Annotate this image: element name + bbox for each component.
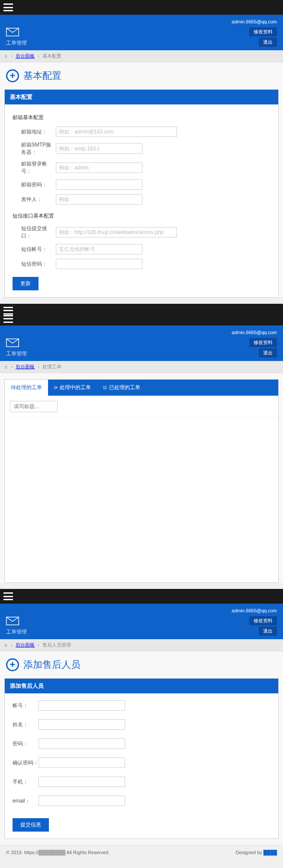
user-menu: admin.6665@qq.com 修改资料 退出: [232, 608, 277, 636]
name-input[interactable]: [39, 719, 125, 730]
sms-acct-label: 短信帐号：: [13, 246, 56, 253]
edit-profile-button[interactable]: 修改资料: [249, 27, 277, 36]
tab-done[interactable]: ☑ 已处理的工单: [97, 380, 146, 396]
breadcrumb-home[interactable]: 后台面板: [16, 642, 35, 647]
email-login-input[interactable]: [56, 163, 142, 173]
smtp-label: 邮箱SMTP服务器：: [13, 141, 56, 156]
password-label: 密码：: [13, 740, 39, 748]
breadcrumb: ⌂ › 后台面板 › 售后人员管理: [0, 639, 283, 651]
brand: 工单管理: [6, 28, 27, 47]
sms-acct-input[interactable]: [56, 244, 142, 254]
email-label: email：: [13, 797, 39, 805]
email-input[interactable]: [39, 796, 125, 806]
screen-add-staff: 工单管理 admin.6665@qq.com 修改资料 退出 ⌂ › 后台面板 …: [0, 589, 283, 859]
plus-icon[interactable]: +: [6, 69, 19, 82]
tab-processing[interactable]: ⟳ 处理中的工单: [48, 380, 97, 396]
search-input[interactable]: [10, 401, 58, 412]
ticket-list-empty: [5, 418, 278, 582]
breadcrumb-current: 处理工单: [42, 364, 61, 369]
password-input[interactable]: [39, 738, 125, 749]
brand: 工单管理: [6, 338, 27, 358]
brand-text: 工单管理: [6, 39, 27, 47]
breadcrumb: ⌂ › 后台面板 › 基本配置: [0, 50, 283, 62]
home-icon[interactable]: ⌂: [4, 53, 7, 59]
breadcrumb-home[interactable]: 后台面板: [16, 53, 35, 59]
user-email[interactable]: admin.6665@qq.com: [232, 608, 277, 613]
page-title: 添加售后人员: [23, 658, 80, 671]
breadcrumb: ⌂ › 后台面板 › 处理工单: [0, 361, 283, 373]
menu-icon[interactable]: [3, 592, 13, 600]
home-icon[interactable]: ⌂: [4, 642, 7, 647]
tabs: 待处理的工单 ⟳ 处理中的工单 ☑ 已处理的工单: [5, 380, 278, 396]
tab-pending[interactable]: 待处理的工单: [5, 380, 48, 396]
breadcrumb-current: 售后人员管理: [42, 642, 71, 647]
header-bar: 工单管理 admin.6665@qq.com 修改资料 退出: [0, 15, 283, 50]
mail-icon: [6, 338, 19, 348]
panel-title: 添加售后人员: [5, 679, 278, 693]
sms-pwd-label: 短信密码：: [13, 260, 56, 268]
search-row: [5, 396, 278, 418]
name-label: 姓名：: [13, 721, 39, 728]
phone-input[interactable]: [39, 777, 125, 787]
confirm-input[interactable]: [39, 757, 125, 768]
edit-profile-button[interactable]: 修改资料: [249, 616, 277, 625]
brand: 工单管理: [6, 617, 27, 636]
logout-button[interactable]: 退出: [259, 38, 277, 47]
breadcrumb-home[interactable]: 后台面板: [16, 364, 35, 369]
confirm-label: 确认密码：: [13, 759, 39, 767]
check-icon: ☑: [103, 385, 107, 390]
mail-icon: [6, 617, 19, 627]
sms-pwd-input[interactable]: [56, 259, 142, 269]
config-panel: 基本配置 邮箱基本配置 邮箱地址： 邮箱SMTP服务器： 邮箱登录帐号： 邮箱密…: [4, 89, 279, 298]
topbar: [0, 304, 283, 325]
email-login-label: 邮箱登录帐号：: [13, 160, 56, 175]
user-email[interactable]: admin.6665@qq.com: [232, 19, 277, 24]
email-pwd-label: 邮箱密码：: [13, 181, 56, 189]
page-title: 基本配置: [23, 69, 61, 82]
brand-text: 工单管理: [6, 350, 27, 358]
menu-icon[interactable]: [3, 307, 13, 315]
staff-panel: 添加售后人员 帐号： 姓名： 密码： 确认密码： 手机：: [4, 678, 279, 839]
topbar: [0, 0, 283, 15]
page-head: + 添加售后人员: [0, 651, 283, 678]
email-section-title: 邮箱基本配置: [13, 114, 270, 121]
designer-link[interactable]: ████: [264, 850, 277, 855]
email-addr-input[interactable]: [56, 127, 177, 137]
logout-button[interactable]: 退出: [259, 627, 277, 636]
user-menu: admin.6665@qq.com 修改资料 退出: [232, 330, 277, 358]
update-button[interactable]: 更新: [13, 277, 39, 290]
edit-profile-button[interactable]: 修改资料: [249, 338, 277, 347]
designed-by: Designed by ████: [236, 850, 277, 855]
page-head: + 基本配置: [0, 62, 283, 89]
topbar: [0, 589, 283, 604]
email-pwd-input[interactable]: [56, 179, 142, 190]
sms-section-title: 短信接口基本配置: [13, 212, 270, 220]
brand-text: 工单管理: [6, 628, 27, 636]
logout-button[interactable]: 退出: [259, 348, 277, 358]
sender-input[interactable]: [56, 194, 142, 205]
sms-api-label: 短信提交接口：: [13, 225, 56, 240]
email-addr-label: 邮箱地址：: [13, 128, 56, 136]
mail-icon: [6, 28, 19, 38]
sender-label: 发件人：: [13, 196, 56, 203]
plus-icon[interactable]: +: [6, 658, 19, 671]
breadcrumb-current: 基本配置: [42, 53, 61, 59]
account-label: 帐号：: [13, 702, 39, 709]
refresh-icon: ⟳: [54, 385, 58, 390]
header-bar: 工单管理 admin.6665@qq.com 修改资料 退出: [0, 325, 283, 361]
submit-button[interactable]: 提交信息: [13, 818, 49, 832]
copyright: © 2019. https://████████ All Rights Rese…: [6, 850, 109, 855]
menu-icon-2[interactable]: [3, 315, 13, 323]
screen-tickets: 工单管理 admin.6665@qq.com 修改资料 退出 ⌂ › 后台面板 …: [0, 304, 283, 583]
home-icon[interactable]: ⌂: [4, 364, 7, 369]
ticket-panel: 待处理的工单 ⟳ 处理中的工单 ☑ 已处理的工单: [4, 379, 279, 583]
user-email[interactable]: admin.6665@qq.com: [232, 330, 277, 335]
panel-title: 基本配置: [5, 90, 278, 104]
smtp-input[interactable]: [56, 143, 142, 154]
header-bar: 工单管理 admin.6665@qq.com 修改资料 退出: [0, 604, 283, 639]
menu-icon[interactable]: [3, 3, 13, 11]
sms-api-input[interactable]: [56, 227, 177, 237]
phone-label: 手机：: [13, 778, 39, 786]
account-input[interactable]: [39, 700, 125, 711]
screen-basic-config: 工单管理 admin.6665@qq.com 修改资料 退出 ⌂ › 后台面板 …: [0, 0, 283, 298]
